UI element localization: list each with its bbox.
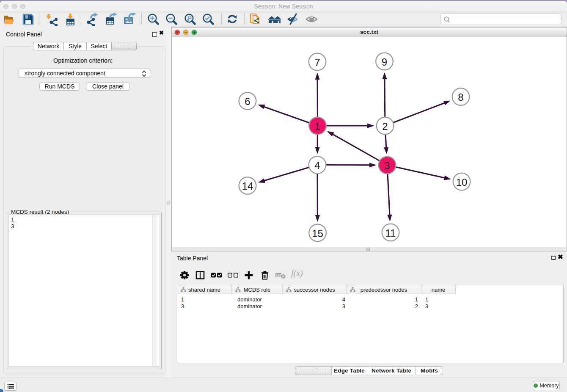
svg-text:11: 11 bbox=[385, 227, 396, 239]
svg-text:6: 6 bbox=[245, 96, 250, 107]
svg-text:2: 2 bbox=[382, 121, 388, 132]
svg-text:7: 7 bbox=[314, 57, 320, 68]
svg-text:14: 14 bbox=[242, 180, 253, 192]
svg-text:10: 10 bbox=[456, 177, 468, 188]
svg-text:15: 15 bbox=[312, 228, 323, 239]
svg-text:1: 1 bbox=[315, 121, 320, 132]
svg-text:4: 4 bbox=[314, 160, 320, 171]
svg-text:8: 8 bbox=[458, 91, 463, 103]
svg-text:3: 3 bbox=[384, 160, 390, 171]
svg-text:9: 9 bbox=[382, 56, 387, 68]
